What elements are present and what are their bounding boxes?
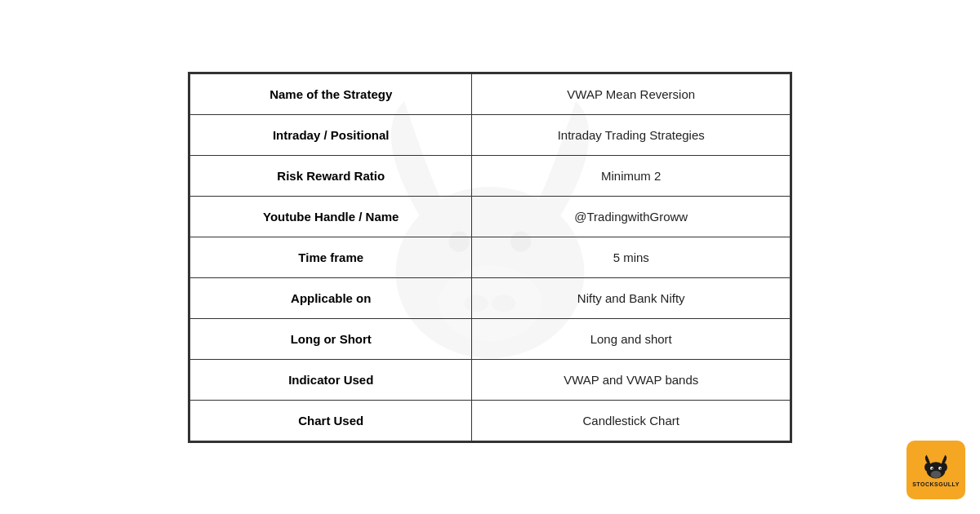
table-row: Name of the StrategyVWAP Mean Reversion [190, 73, 791, 114]
table-row: Long or ShortLong and short [190, 318, 791, 359]
row-value: @TradingwithGroww [472, 196, 791, 237]
svg-point-14 [932, 467, 933, 469]
table-row: Chart UsedCandlestick Chart [190, 400, 791, 441]
svg-point-15 [940, 467, 942, 469]
row-label: Intraday / Positional [190, 114, 472, 155]
svg-point-11 [931, 471, 942, 478]
table-row: Indicator UsedVWAP and VWAP bands [190, 359, 791, 400]
table-row: Risk Reward RatioMinimum 2 [190, 155, 791, 196]
row-label: Time frame [190, 237, 472, 277]
row-value: VWAP and VWAP bands [472, 359, 791, 400]
row-value: Intraday Trading Strategies [472, 114, 791, 155]
row-label: Applicable on [190, 277, 472, 318]
row-label: Name of the Strategy [190, 73, 472, 114]
logo-text: STOCKSGULLY [912, 481, 960, 487]
row-value: Long and short [472, 318, 791, 359]
row-label: Indicator Used [190, 359, 472, 400]
row-value: 5 mins [472, 237, 791, 277]
row-value: VWAP Mean Reversion [472, 73, 791, 114]
row-label: Long or Short [190, 318, 472, 359]
table-row: Youtube Handle / Name@TradingwithGroww [190, 196, 791, 237]
row-value: Minimum 2 [472, 155, 791, 196]
table-row: Intraday / PositionalIntraday Trading St… [190, 114, 791, 155]
strategy-table: Name of the StrategyVWAP Mean ReversionI… [188, 72, 792, 443]
logo-badge: STOCKSGULLY [906, 441, 965, 499]
table-row: Time frame5 mins [190, 237, 791, 277]
row-value: Nifty and Bank Nifty [472, 277, 791, 318]
row-value: Candlestick Chart [472, 400, 791, 441]
page-container: Name of the StrategyVWAP Mean ReversionI… [0, 0, 980, 514]
table-row: Applicable onNifty and Bank Nifty [190, 277, 791, 318]
row-label: Risk Reward Ratio [190, 155, 472, 196]
row-label: Chart Used [190, 400, 472, 441]
row-label: Youtube Handle / Name [190, 196, 472, 237]
bull-logo-icon [920, 454, 951, 480]
